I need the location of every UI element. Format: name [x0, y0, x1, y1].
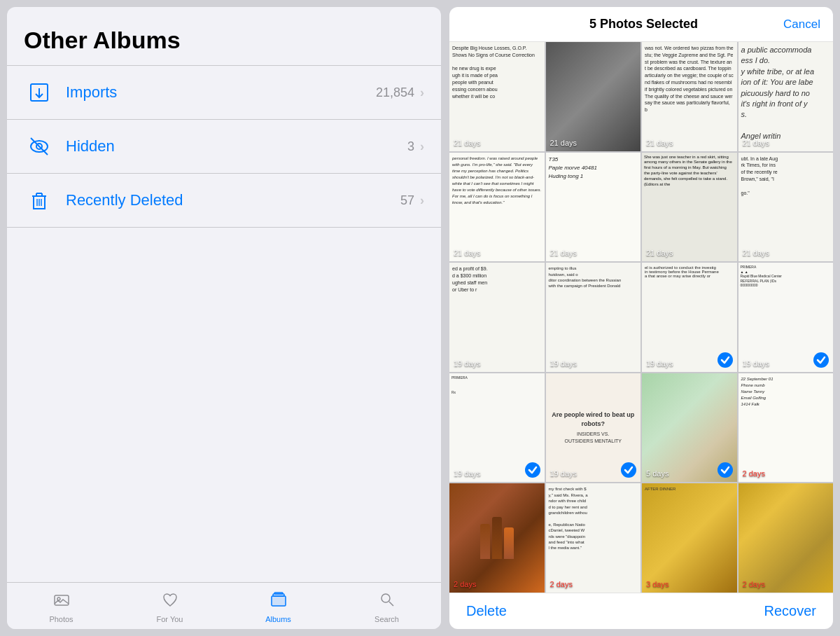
photo-cell-6[interactable]: T35Paple morve 40481Huding tong 1 21 day…: [546, 153, 641, 262]
tab-label-for-you: For You: [157, 615, 183, 623]
photo-grid: Despite Big House Losses, G.O.P. Shows N…: [449, 42, 833, 593]
photo-days-5: 21 days: [454, 249, 481, 257]
photo-cell-14[interactable]: Are people wired to beat up robots? INSI…: [546, 373, 641, 483]
photo-cell-4[interactable]: a public accommodaess I do.y white tribe…: [738, 42, 834, 151]
check-badge-13: [525, 462, 540, 478]
photo-days-1: 21 days: [454, 139, 481, 147]
album-name-recently-deleted: Recently Deleted: [66, 191, 400, 209]
photo-cell-7[interactable]: She was just one teacher in a red skirt,…: [642, 153, 737, 262]
svg-point-18: [382, 594, 390, 602]
page-title: Other Albums: [24, 27, 424, 54]
album-item-imports[interactable]: Imports 21,854 ›: [7, 66, 441, 120]
photo-days-6: 21 days: [550, 249, 578, 257]
album-count-hidden: 3: [407, 139, 414, 154]
photo-content-7: She was just one teacher in a red skirt,…: [642, 153, 737, 262]
photo-cell-17[interactable]: 2 days: [449, 483, 545, 593]
chevron-hidden: ›: [420, 139, 424, 154]
photo-content-17: [449, 483, 545, 593]
selection-title: 5 Photos Selected: [504, 17, 783, 32]
photo-days-15: 5 days: [646, 469, 668, 478]
photo-cell-13[interactable]: PRIMERARx 19 days: [449, 373, 545, 483]
album-name-imports: Imports: [66, 83, 376, 102]
svg-rect-14: [272, 596, 286, 606]
photo-content-1: Despite Big House Losses, G.O.P. Shows N…: [449, 42, 545, 151]
right-panel: 5 Photos Selected Cancel Despite Big Hou…: [449, 7, 833, 629]
photo-content-19: AFTER DINNER: [642, 483, 737, 593]
photo-days-8: 21 days: [743, 249, 770, 257]
check-badge-11: [718, 352, 733, 368]
photo-cell-11[interactable]: el is authorized to conduct the investig…: [642, 263, 737, 372]
check-badge-15: [718, 462, 733, 478]
tab-label-albums: Albums: [265, 615, 291, 623]
for-you-tab-icon: [162, 591, 178, 612]
photo-days-16: 2 days: [743, 469, 765, 478]
photo-content-9: ed a profit of $9.d a $300 millionughed …: [449, 263, 545, 372]
photo-content-6: T35Paple morve 40481Huding tong 1: [546, 153, 641, 262]
photo-content-8: ubt. In a late Augrk Times, for insof th…: [738, 153, 834, 262]
recover-button[interactable]: Recover: [764, 603, 816, 619]
photo-content-20: [738, 483, 834, 593]
photo-days-4: 21 days: [743, 139, 770, 147]
photos-tab-icon: [53, 591, 70, 612]
photo-cell-8[interactable]: ubt. In a late Augrk Times, for insof th…: [738, 153, 834, 262]
photo-cell-2[interactable]: 21 days: [546, 42, 641, 151]
tab-albums[interactable]: Albums: [224, 588, 332, 626]
photo-cell-20[interactable]: 2 days: [738, 483, 834, 593]
photo-cell-5[interactable]: personal freedom. I was raised around pe…: [449, 153, 545, 262]
photo-content-2: [546, 42, 641, 151]
photo-content-10: empting to illushutdown, said oditor coo…: [546, 263, 641, 372]
album-count-imports: 21,854: [376, 85, 414, 100]
import-icon: [24, 77, 55, 108]
photo-days-13: 19 days: [454, 469, 481, 478]
photo-content-18: my first check with $y," said Ms. Rivera…: [546, 483, 641, 593]
photo-content-16: 22 September 01Phone numbName TannyEmail…: [738, 373, 834, 483]
tab-label-photos: Photos: [49, 615, 73, 623]
photo-days-14: 19 days: [550, 469, 578, 478]
photo-days-3: 21 days: [646, 139, 673, 147]
album-name-hidden: Hidden: [66, 137, 407, 155]
photo-days-20: 2 days: [743, 580, 765, 588]
photo-content-3: was not. We ordered two pizzas from thes…: [642, 42, 737, 151]
photo-cell-18[interactable]: my first check with $y," said Ms. Rivera…: [546, 483, 641, 593]
photo-cell-15[interactable]: 5 days: [642, 373, 737, 483]
svg-rect-17: [274, 593, 283, 594]
album-item-hidden[interactable]: Hidden 3 ›: [7, 120, 441, 174]
left-header: Other Albums: [7, 7, 441, 66]
tab-photos[interactable]: Photos: [7, 588, 115, 626]
right-header: 5 Photos Selected Cancel: [449, 7, 833, 42]
albums-tab-icon: [270, 591, 287, 612]
photo-days-9: 19 days: [454, 359, 481, 368]
delete-button[interactable]: Delete: [466, 603, 507, 619]
photo-cell-9[interactable]: ed a profit of $9.d a $300 millionughed …: [449, 263, 545, 372]
photo-days-18: 2 days: [550, 580, 573, 588]
album-count-recently-deleted: 57: [400, 193, 414, 208]
tab-search[interactable]: Search: [332, 588, 441, 626]
tab-bar: Photos For You Albums: [7, 582, 441, 629]
search-tab-icon: [379, 591, 396, 612]
left-panel: Other Albums Imports 21,854 ›: [7, 7, 441, 629]
hidden-icon: [24, 131, 55, 162]
chevron-imports: ›: [420, 85, 424, 100]
photo-cell-19[interactable]: AFTER DINNER 3 days: [642, 483, 737, 593]
album-item-recently-deleted[interactable]: Recently Deleted 57 ›: [7, 174, 441, 228]
tab-for-you[interactable]: For You: [115, 588, 224, 626]
photo-days-11: 19 days: [646, 359, 673, 368]
photo-content-5: personal freedom. I was raised around pe…: [449, 153, 545, 262]
cancel-button[interactable]: Cancel: [783, 18, 820, 32]
photo-days-7: 21 days: [646, 249, 673, 257]
photo-days-19: 3 days: [646, 580, 668, 588]
photo-cell-1[interactable]: Despite Big House Losses, G.O.P. Shows N…: [449, 42, 545, 151]
photo-days-2: 21 days: [550, 139, 578, 147]
photo-cell-16[interactable]: 22 September 01Phone numbName TannyEmail…: [738, 373, 834, 483]
chevron-recently-deleted: ›: [420, 193, 424, 208]
tab-label-search: Search: [374, 615, 399, 623]
photo-cell-3[interactable]: was not. We ordered two pizzas from thes…: [642, 42, 737, 151]
photo-days-12: 19 days: [743, 359, 770, 368]
photo-cell-10[interactable]: empting to illushutdown, said oditor coo…: [546, 263, 641, 372]
photo-cell-12[interactable]: PRIMERA▲ ▲Rapid Blue Medical CenterREFER…: [738, 263, 834, 372]
photo-days-17: 2 days: [454, 580, 476, 588]
bottom-action-bar: Delete Recover: [449, 593, 833, 629]
svg-line-19: [389, 602, 393, 606]
photo-days-10: 19 days: [550, 359, 578, 368]
photo-content-4: a public accommodaess I do.y white tribe…: [738, 42, 834, 151]
